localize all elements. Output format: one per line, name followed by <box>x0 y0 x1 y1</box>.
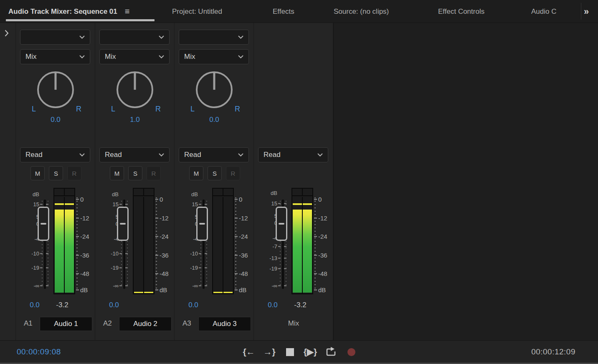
tab-source[interactable]: Source: (no clips) <box>334 0 389 23</box>
automation-mode-select[interactable]: Read <box>179 147 249 162</box>
stop-button[interactable] <box>282 344 297 359</box>
fader-value[interactable]: 0.0 <box>184 301 203 309</box>
timecode-current[interactable]: 00:00:09:08 <box>17 341 61 363</box>
record-arm-button[interactable]: R <box>226 166 240 180</box>
peak-value: -3.2 <box>290 301 311 309</box>
input-routing-select[interactable] <box>99 30 170 45</box>
meter-bars <box>54 197 74 293</box>
fader-value[interactable]: 0.0 <box>104 301 124 309</box>
pan-knob-icon <box>116 69 154 109</box>
record-arm-button[interactable]: R <box>147 166 161 180</box>
tab-audio-clip-mixer-label: Audio C <box>531 8 556 16</box>
fader-handle[interactable] <box>276 207 287 241</box>
output-routing-value: Mix <box>184 53 238 61</box>
tab-audio-clip-mixer[interactable]: Audio C <box>531 0 556 23</box>
go-to-out-icon: →} <box>263 347 275 357</box>
pan-knob[interactable] <box>175 69 254 111</box>
meter-scale-label: dB <box>160 286 167 293</box>
go-to-in-point-button[interactable]: {← <box>241 344 256 359</box>
record-arm-button[interactable]: R <box>67 166 81 180</box>
fader-scale-label: 15 <box>260 200 277 207</box>
meter-scale-label: -36 <box>239 252 248 259</box>
solo-button[interactable]: S <box>128 166 142 180</box>
pan-value[interactable]: 0.0 <box>16 116 95 124</box>
meter-scale-label: -12 <box>318 215 327 222</box>
automation-mode-value: Read <box>184 151 238 159</box>
track-name-field[interactable]: Audio 2 <box>119 317 172 331</box>
fader-scale-label: -10 <box>180 250 198 257</box>
fader-handle[interactable] <box>117 207 129 241</box>
pan-knob[interactable] <box>95 69 175 111</box>
track-name-field[interactable]: Audio 3 <box>198 317 251 331</box>
go-to-out-point-button[interactable]: →} <box>262 344 277 359</box>
meter-bar-left <box>55 210 64 293</box>
input-routing-select[interactable] <box>179 30 249 45</box>
play-in-to-out-button[interactable]: {▶} <box>303 344 318 359</box>
pan-right-label: R <box>155 105 161 114</box>
pan-value[interactable]: 0.0 <box>175 116 254 124</box>
tab-project[interactable]: Project: Untitled <box>172 0 222 23</box>
fader-value[interactable]: 0.0 <box>25 301 44 309</box>
fader-scale-label: -4 <box>260 235 277 241</box>
input-routing-select[interactable] <box>20 30 90 45</box>
fader-handle[interactable] <box>38 207 49 241</box>
fader-scale-label: -10 <box>22 250 39 257</box>
automation-mode-select[interactable]: Read <box>258 147 328 162</box>
pan-value[interactable]: 1.0 <box>95 116 175 124</box>
automation-mode-select[interactable]: Read <box>20 147 90 162</box>
meter-scale-label: dB <box>239 286 246 293</box>
channel-strip-mix: Read dB 15 5 0 -4 -7 -13 -19 -∞ <box>254 23 333 340</box>
output-routing-select[interactable]: Mix <box>20 49 90 64</box>
active-tab-underline <box>6 19 155 21</box>
loop-playback-button[interactable] <box>323 344 338 359</box>
meter-scale-label: -48 <box>239 270 248 277</box>
fader-scale-label: -4 <box>101 236 119 242</box>
fader-scale-label: dB <box>22 191 39 197</box>
chevron-down-icon <box>159 35 164 39</box>
clip-indicator[interactable] <box>292 189 312 196</box>
meter-bar-left <box>293 210 302 293</box>
fader-scale-label: -13 <box>260 255 277 261</box>
output-routing-select[interactable]: Mix <box>99 49 170 64</box>
pan-knob[interactable] <box>16 69 95 111</box>
track-name-field[interactable]: Audio 1 <box>40 317 92 331</box>
output-routing-select[interactable]: Mix <box>179 49 249 64</box>
expand-panel-button[interactable] <box>5 30 9 38</box>
fader-meter-section: dB 15 5 0 -4 -10 -19 -∞ 0 -12 -24 -36 -4… <box>95 186 175 298</box>
fader-scale-label: -10 <box>101 250 119 257</box>
clip-indicator[interactable] <box>213 189 233 196</box>
meter-scale-label: -24 <box>80 233 89 240</box>
meter-scale-label: -12 <box>80 215 89 222</box>
mute-button[interactable]: M <box>30 166 45 180</box>
track-number: A3 <box>182 319 191 328</box>
mute-button[interactable]: M <box>189 166 203 180</box>
pan-knob-icon <box>195 69 233 109</box>
fader-handle[interactable] <box>196 207 208 241</box>
chevron-down-icon <box>238 55 243 58</box>
meter-scale-label: dB <box>318 286 326 293</box>
clip-indicator[interactable] <box>54 189 74 196</box>
pan-left-label: L <box>190 105 195 114</box>
meter-scale-label: -36 <box>318 252 327 259</box>
solo-button[interactable]: S <box>49 166 63 180</box>
tab-effects[interactable]: Effects <box>273 0 294 23</box>
mute-button[interactable]: M <box>110 166 124 180</box>
meter-scale-label: 0 <box>80 196 84 203</box>
panel-menu-icon[interactable]: ≡ <box>125 7 130 16</box>
automation-mode-select[interactable]: Read <box>99 147 170 162</box>
meter-scale-label: -48 <box>318 270 327 277</box>
clip-indicator[interactable] <box>134 189 154 196</box>
fader-scale-label: 0 <box>260 220 277 226</box>
tab-effect-controls[interactable]: Effect Controls <box>438 0 484 23</box>
transport-bar: 00:00:09:08 {← →} {▶} <box>0 340 598 364</box>
solo-button[interactable]: S <box>208 166 222 180</box>
tab-overflow-chevron-icon[interactable]: » <box>584 0 589 23</box>
fader-scale-label: 5 <box>180 214 198 220</box>
go-to-in-icon: {← <box>243 347 255 357</box>
chevron-down-icon <box>238 35 243 39</box>
meter-minor-ticks <box>235 197 236 291</box>
fader-value[interactable]: 0.0 <box>263 301 282 309</box>
fader-scale-label: -∞ <box>22 283 39 289</box>
channel-strip-audio-1: Mix L R 0.0 Read M S R dB 15 5 0 -4 -10 <box>16 23 95 340</box>
record-button[interactable] <box>344 344 359 359</box>
